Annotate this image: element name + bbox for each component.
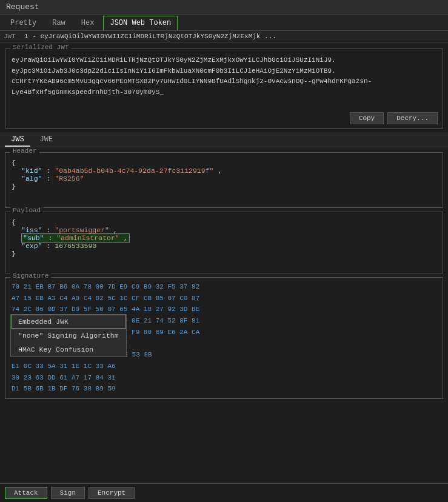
header-close-brace: } — [12, 182, 16, 190]
payload-exp-key: "exp" — [21, 242, 42, 250]
bottom-toolbar: Attack Sign Encrypt — [0, 483, 448, 502]
copy-button[interactable]: Copy — [350, 112, 384, 124]
context-menu: Embedded JWK "none" Signing Algorithm HM… — [10, 314, 127, 357]
context-menu-hmac-confusion[interactable]: HMAC Key Confusion — [11, 343, 126, 356]
jws-jwe-tabs: JWS JWE — [0, 132, 448, 147]
context-menu-none-signing[interactable]: "none" Signing Algorithm — [11, 329, 126, 343]
signature-section: Signature 70 21 EB B7 B6 0A 78 00 7D E9 … — [5, 277, 443, 399]
hex-row-1: 70 21 EB B7 B6 0A 78 00 7D E9 C9 B9 32 F… — [12, 281, 436, 293]
header-alg-key: "alg" — [21, 175, 42, 182]
copy-decrypt-row: Copy Decry... — [5, 110, 443, 128]
payload-exp-value: 1676533590 — [55, 242, 96, 250]
payload-sub-key: "sub" — [23, 234, 44, 242]
payload-close-brace: } — [12, 250, 16, 258]
payload-sub-highlight: "sub" : "administrator" , — [21, 233, 130, 243]
jwt-line-4: Lye4BfxHf5gGnmKspeedrnhDjth-3070ym0yS_ — [12, 87, 436, 98]
jwt-label: JWT — [4, 33, 21, 40]
context-menu-embedded-jwk[interactable]: Embedded JWK — [11, 315, 126, 329]
encrypt-button[interactable]: Encrypt — [89, 487, 135, 499]
jwt-line-2: eyJpc3MiOiJwb3J0c3dpZ2dlciIsInN1YiI6ImFk… — [12, 66, 436, 77]
header-section-label: Header — [10, 147, 39, 155]
sign-button[interactable]: Sign — [51, 487, 85, 499]
jwt-line-1: eyJraWQiOiIwYWI0YWI1ZC1iMDRiLTRjNzQtOTJk… — [12, 55, 436, 66]
jwt-row: JWT 1 - eyJraWQiOilwYWI0YWI1ZC1iMDRiLTRj… — [0, 31, 448, 42]
header-alg-value: "RS256" — [55, 175, 84, 182]
header-kid-key: "kid" — [21, 167, 42, 175]
header-kid-value: "0ab4ab5d-b04b-4c74-92da-27fc3112919f" — [55, 167, 213, 175]
payload-section: Payload { "iss" : "portswigger" , "sub" … — [5, 212, 443, 273]
tab-json-web-token[interactable]: JSON Web Token — [103, 16, 178, 30]
title-text: Request — [6, 2, 39, 12]
panel-title: Request — [0, 0, 448, 15]
header-open-brace: { — [12, 159, 16, 167]
payload-open-brace: { — [12, 218, 16, 226]
payload-json: { "iss" : "portswigger" , "sub" : "admin… — [5, 212, 443, 273]
decrypt-button[interactable]: Decry... — [387, 112, 438, 124]
hex-row-8: E1 0C 33 5A 31 1E 1C 33 A6 — [12, 361, 436, 372]
serialized-jwt-section: Serialized JWT eyJraWQiOiIwYWI0YWI1ZC1iM… — [5, 49, 443, 129]
jwt-value: 1 - eyJraWQiOilwYWI0YWI1ZC1iMDRiLTRjNzQt… — [24, 33, 444, 40]
tab-jws[interactable]: JWS — [5, 133, 30, 147]
tab-pretty[interactable]: Pretty — [4, 16, 43, 30]
tabs-row: Pretty Raw Hex JSON Web Token — [0, 15, 448, 31]
hex-row-2: A7 15 EB A3 C4 A0 C4 D2 5C 1C CF CB B5 0… — [12, 293, 436, 304]
payload-colon2: : — [48, 234, 56, 242]
header-colon2: : — [46, 175, 55, 182]
payload-section-label: Payload — [10, 207, 43, 214]
hex-row-10: D1 5B 6B 1B DF 76 38 B9 59 — [12, 383, 436, 395]
signature-section-label: Signature — [10, 272, 51, 279]
header-json: { "kid" : "0ab4ab5d-b04b-4c74-92da-27fc3… — [5, 153, 443, 207]
hex-row-9: 30 23 63 DD 61 A7 17 84 31 — [12, 372, 436, 384]
payload-sub-value: "administrator" — [56, 234, 119, 242]
tab-raw[interactable]: Raw — [45, 16, 72, 30]
tab-hex[interactable]: Hex — [75, 16, 101, 30]
header-colon1: : — [46, 167, 55, 175]
jwt-line-3: cCHrt7YKeAB96cm5MvU3gqcV66PEoMTSXBzPy7UH… — [12, 76, 436, 87]
request-panel: Request Pretty Raw Hex JSON Web Token JW… — [0, 0, 448, 502]
tab-jwe[interactable]: JWE — [34, 133, 59, 147]
payload-colon3: : — [46, 242, 55, 250]
attack-button[interactable]: Attack — [5, 487, 47, 499]
serialized-jwt-content: eyJraWQiOiIwYWI0YWI1ZC1iMDRiLTRjNzQtOTJk… — [5, 49, 443, 110]
payload-comma2: , — [124, 234, 128, 242]
header-section: Header { "kid" : "0ab4ab5d-b04b-4c74-92d… — [5, 152, 443, 208]
header-comma1: , — [218, 167, 222, 175]
serialized-jwt-label: Serialized JWT — [10, 44, 71, 51]
